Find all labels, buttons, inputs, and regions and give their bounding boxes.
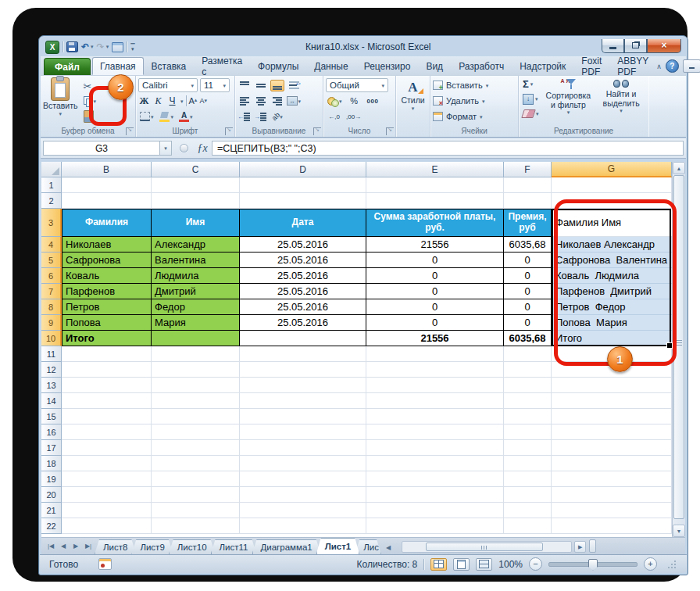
cell-B5[interactable]: Сафронова [62,253,152,268]
wrap-text-button[interactable] [287,80,301,91]
zoom-slider[interactable] [548,562,638,567]
tab-scroll-left-icon[interactable]: ◀ [386,544,391,551]
cell-B20[interactable] [62,487,152,503]
row-header-2[interactable]: 2 [41,193,62,209]
insert-function-icon[interactable]: ƒx [193,142,212,155]
ribbon-tab-9[interactable]: Надстройк [512,57,573,75]
row-header-17[interactable]: 17 [41,440,62,456]
delete-cells-button[interactable]: Удалить▾ [433,93,516,109]
cell-D20[interactable] [240,487,366,503]
cell-C5[interactable]: Валентина [152,253,240,268]
sort-filter-button[interactable]: А Я Сортировка и фильтр ▾ [544,77,594,120]
cell-G7[interactable]: Парфенов Дмитрий [552,284,672,299]
restore-button[interactable] [624,39,647,53]
cell-C2[interactable] [152,193,240,209]
cell-E13[interactable] [366,378,504,393]
cut-button[interactable]: ✂ [82,80,98,93]
ribbon-tab-5[interactable]: Данные [306,57,355,75]
zoom-slider-thumb[interactable] [588,559,598,571]
align-bottom-button[interactable] [270,80,284,91]
cell-B16[interactable] [62,424,152,440]
row-header-6[interactable]: 6 [41,268,62,284]
row-header-21[interactable]: 21 [41,503,62,518]
copy-button[interactable]: ▾ [82,95,98,108]
format-cells-button[interactable]: Формат▾ [433,109,516,124]
sheet-tab-6[interactable]: Лист1 [316,538,360,554]
column-header-B[interactable]: B [62,162,152,177]
number-format-select[interactable]: Общий▾ [326,78,388,92]
zoom-out-button[interactable]: − [529,557,542,571]
cell-G2[interactable] [552,193,672,209]
previous-sheet-button[interactable]: ◀ [57,539,70,553]
page-break-view-button[interactable] [476,558,492,571]
cell-E4[interactable]: 21556 [366,237,504,253]
scroll-right-button[interactable]: ▶ [574,541,586,553]
cell-F20[interactable] [504,487,552,503]
cell-D3[interactable]: Дата [240,209,366,237]
cell-G4[interactable]: Николаев Александр [552,237,672,253]
cell-B8[interactable]: Петров [62,299,152,315]
cell-B21[interactable] [62,503,152,518]
underline-dropdown-icon[interactable]: ▾ [180,98,184,104]
cell-F19[interactable] [504,471,552,487]
ribbon-tab-1[interactable]: Главная [92,57,144,75]
cell-F11[interactable] [504,346,552,362]
font-family-select[interactable]: Calibri▾ [138,78,198,92]
cell-C4[interactable]: Александр [152,237,240,253]
cell-C13[interactable] [152,378,240,393]
cell-C19[interactable] [152,471,240,487]
row-header-15[interactable]: 15 [41,409,62,424]
last-sheet-button[interactable]: ▶| [82,539,95,553]
cell-G14[interactable] [552,393,672,409]
ribbon-tab-7[interactable]: Вид [418,57,451,75]
row-header-13[interactable]: 13 [41,378,62,393]
collapse-ribbon-icon[interactable]: ∧ [656,63,662,70]
row-header-5[interactable]: 5 [41,253,62,268]
cell-E8[interactable]: 0 [366,299,504,315]
cell-G15[interactable] [552,409,672,424]
decrease-indent-button[interactable] [238,111,252,123]
cell-B12[interactable] [62,362,152,378]
cell-E12[interactable] [366,362,504,378]
row-header-22[interactable]: 22 [41,518,62,534]
cell-C15[interactable] [152,409,240,424]
cell-C16[interactable] [152,424,240,440]
cell-C7[interactable]: Дмитрий [152,284,240,299]
orientation-button[interactable]: ab▾ [270,111,284,123]
paste-button[interactable]: Вставить ▾ [43,77,78,123]
cell-B19[interactable] [62,471,152,487]
cell-E3[interactable]: Сумма заработной платы, руб. [366,209,504,237]
cell-B1[interactable] [62,177,152,193]
cell-E16[interactable] [366,424,504,440]
cell-E19[interactable] [366,471,504,487]
cell-B4[interactable]: Николаев [62,237,152,253]
align-left-button[interactable] [238,95,252,107]
format-painter-button[interactable] [82,109,98,123]
cell-C20[interactable] [152,487,240,503]
row-header-12[interactable]: 12 [41,362,62,378]
cell-G10[interactable]: Итого [552,331,672,346]
cell-C18[interactable] [152,456,240,471]
cell-G1[interactable] [552,177,672,193]
alignment-dialog-launcher-icon[interactable] [313,127,321,135]
select-all-corner[interactable] [41,162,62,177]
ribbon-tab-2[interactable]: Вставка [144,57,195,75]
cell-G18[interactable] [552,456,672,471]
minimize-button[interactable] [602,39,624,53]
cell-G5[interactable]: Сафронова Валентина [552,253,672,268]
borders-button[interactable]: ▾ [138,110,155,124]
row-header-8[interactable]: 8 [41,299,62,315]
cell-D14[interactable] [240,393,366,409]
ribbon-tab-11[interactable]: ABBYY PDF [609,57,656,75]
cell-D8[interactable]: 25.05.2016 [240,299,366,315]
cell-E2[interactable] [366,193,504,209]
cell-E20[interactable] [366,487,504,503]
cell-E17[interactable] [366,440,504,456]
clipboard-dialog-launcher-icon[interactable] [126,127,134,135]
cell-B11[interactable] [62,346,152,362]
sheet-tab-1[interactable]: Лист8 [95,539,136,554]
cell-D1[interactable] [240,177,366,193]
file-tab[interactable]: Файл [44,58,91,75]
horizontal-scrollbar-thumb[interactable] [426,543,543,551]
clear-button[interactable]: ▾ [521,107,541,120]
